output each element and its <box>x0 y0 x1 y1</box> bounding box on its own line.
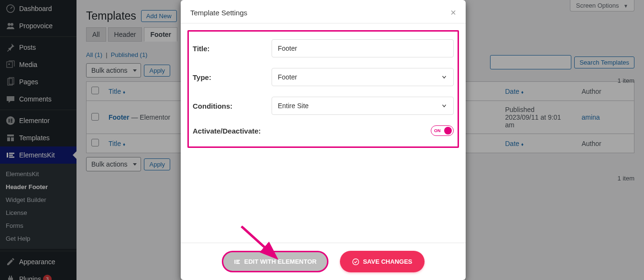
conditions-select[interactable]: Entire Site <box>272 97 454 115</box>
modal-title: Template Settings <box>190 9 247 17</box>
modal-body: Title: Type: Footer Conditions: <box>181 23 466 243</box>
annotation-highlight: Title: Type: Footer Conditions: <box>187 30 459 148</box>
field-activate-row: Activate/Deactivate: ON <box>193 125 454 136</box>
modal-footer: EDIT WITH ELEMENTOR SAVE CHANGES <box>181 243 466 280</box>
activate-toggle[interactable]: ON <box>431 125 454 136</box>
template-settings-modal: Template Settings × Title: Type: Footer <box>181 0 466 280</box>
svg-rect-19 <box>234 259 235 263</box>
conditions-label: Conditions: <box>193 102 272 110</box>
title-label: Title: <box>193 45 272 53</box>
close-icon[interactable]: × <box>450 8 456 17</box>
field-type-row: Type: Footer <box>193 68 454 86</box>
svg-point-23 <box>353 258 359 265</box>
title-input[interactable] <box>272 39 454 57</box>
toggle-on-text: ON <box>434 128 441 133</box>
check-circle-icon <box>352 258 359 265</box>
toggle-knob <box>444 127 452 134</box>
field-title-row: Title: <box>193 39 454 57</box>
field-conditions-row: Conditions: Entire Site <box>193 97 454 115</box>
save-changes-button[interactable]: SAVE CHANGES <box>340 251 425 272</box>
edit-with-elementor-button[interactable]: EDIT WITH ELEMENTOR <box>222 251 328 272</box>
svg-rect-21 <box>236 261 239 262</box>
type-select[interactable]: Footer <box>272 68 454 86</box>
elementor-ek-icon <box>234 258 240 265</box>
activate-label: Activate/Deactivate: <box>193 127 261 135</box>
chevron-down-icon <box>441 74 448 80</box>
modal-header: Template Settings × <box>181 0 466 23</box>
svg-rect-20 <box>236 259 240 260</box>
svg-rect-22 <box>236 263 240 264</box>
chevron-down-icon <box>441 102 448 109</box>
type-label: Type: <box>193 73 272 81</box>
